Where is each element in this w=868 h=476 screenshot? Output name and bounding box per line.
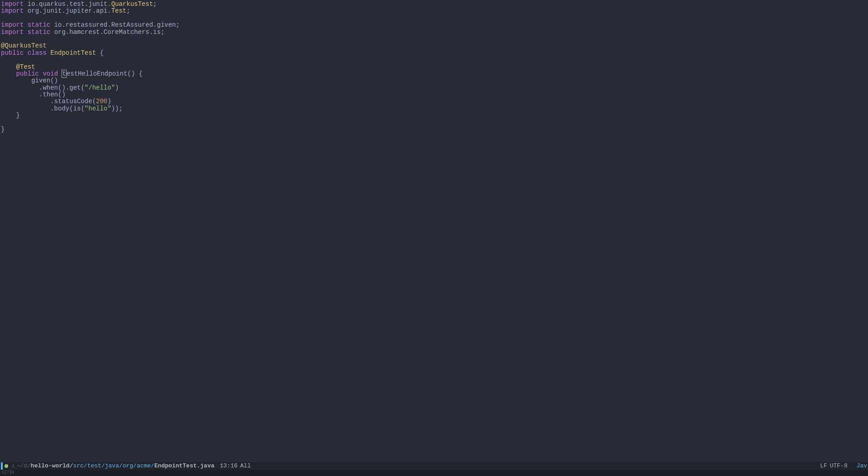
file-path: ~/d/hello-world/src/test/java/org/acme/E… (17, 463, 215, 469)
code-token: t (62, 70, 66, 78)
bottom-bar: i[?]a (0, 470, 868, 476)
vcs-status-icon (5, 464, 8, 468)
code-token (47, 49, 50, 57)
path-project: hello-world/ (31, 462, 73, 469)
encoding: UTF-8 (830, 463, 848, 469)
code-token: QuarkusTest (111, 0, 153, 8)
code-token: class (28, 49, 47, 57)
code-token: "hello" (85, 105, 111, 112)
anchor-icon: ⚓ (12, 463, 15, 469)
code-token: @Test (16, 63, 35, 71)
code-line: .body(is("hello")); (1, 105, 867, 112)
code-token: static (28, 21, 50, 29)
code-token: .body(is( (1, 105, 85, 112)
bottom-left-text: i[?]a (2, 471, 14, 475)
code-line: import io.quarkus.test.junit.QuarkusTest… (1, 1, 867, 8)
code-token: )); (111, 105, 123, 112)
code-line (1, 119, 867, 126)
code-line: } (1, 126, 867, 133)
code-token: io.quarkus.test.junit. (24, 0, 111, 8)
code-token: "/hello" (85, 84, 115, 91)
code-token: estHelloEndpoint() { (67, 70, 143, 77)
code-line: public class EndpointTest { (1, 50, 867, 57)
code-token: .statusCode( (1, 98, 96, 105)
path-filename: EndpointTest.java (154, 462, 215, 469)
status-bar: ⚓ ~/d/hello-world/src/test/java/org/acme… (0, 462, 868, 470)
code-token: 200 (96, 98, 107, 105)
code-line: import org.junit.jupiter.api.Test; (1, 8, 867, 14)
code-line: given() (1, 77, 867, 84)
code-line: import static io.restassured.RestAssured… (1, 22, 867, 29)
code-token: public (1, 49, 24, 57)
language-mode: Jav (857, 463, 867, 469)
code-token: import (1, 0, 24, 8)
code-line (1, 36, 867, 43)
code-token: import (1, 21, 24, 29)
code-line (1, 57, 867, 63)
code-token: { (96, 49, 104, 57)
code-token: io.restassured.RestAssured.given; (50, 21, 180, 29)
code-token: ; (126, 7, 130, 14)
code-token: } (1, 112, 20, 119)
code-token (24, 49, 27, 57)
code-line: @Test (1, 64, 867, 71)
path-src: src/test/java/org/acme/ (73, 462, 154, 469)
code-token: given() (1, 77, 58, 84)
code-line: .statusCode(200) (1, 98, 867, 105)
code-token: EndpointTest (50, 49, 96, 57)
status-right: LF UTF-8 Jav (820, 463, 867, 469)
code-token: import (1, 29, 24, 36)
code-token: import (1, 7, 24, 14)
mode-indicator (1, 462, 3, 470)
code-line (1, 15, 867, 22)
code-token: } (1, 126, 5, 133)
code-token (24, 21, 27, 29)
line-ending: LF (820, 463, 827, 469)
code-line: .when().get("/hello") (1, 85, 867, 91)
editor-area[interactable]: import io.quarkus.test.junit.QuarkusTest… (0, 0, 868, 462)
code-line: public void testHelloEndpoint() { (1, 71, 867, 77)
code-token: @QuarkusTest (1, 42, 47, 49)
code-token: void (43, 70, 58, 77)
code-token: org.hamcrest.CoreMatchers.is; (50, 29, 164, 36)
code-token: .then() (1, 91, 66, 98)
path-prefix: ~/d/ (17, 462, 31, 469)
code-token (1, 70, 16, 77)
code-token: static (28, 29, 50, 36)
code-line: import static org.hamcrest.CoreMatchers.… (1, 29, 867, 36)
code-token: ) (107, 98, 111, 105)
cursor-position: 13:16 (220, 463, 238, 469)
code-token (24, 29, 27, 36)
code-token: org.junit.jupiter.api. (24, 7, 111, 14)
code-token: Test (111, 7, 127, 14)
code-line: } (1, 112, 867, 119)
code-token (1, 63, 16, 71)
code-line: .then() (1, 91, 867, 98)
code-token: ) (115, 84, 119, 91)
code-token: ; (153, 0, 157, 8)
code-line: @QuarkusTest (1, 43, 867, 49)
code-token: public (16, 70, 39, 77)
code-token: .when().get( (1, 84, 85, 91)
scroll-indicator: All (240, 463, 251, 469)
